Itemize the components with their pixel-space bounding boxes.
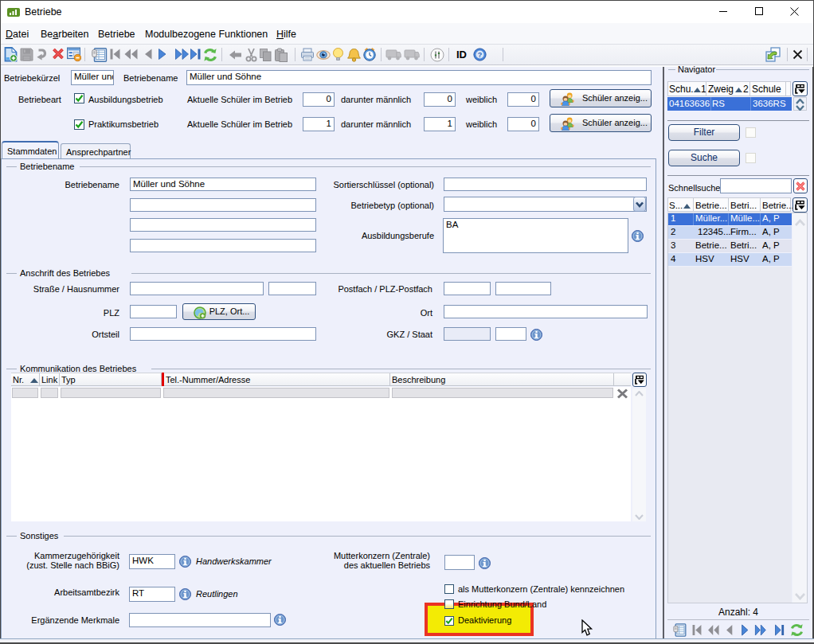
svg-text:?: ? xyxy=(478,51,483,59)
